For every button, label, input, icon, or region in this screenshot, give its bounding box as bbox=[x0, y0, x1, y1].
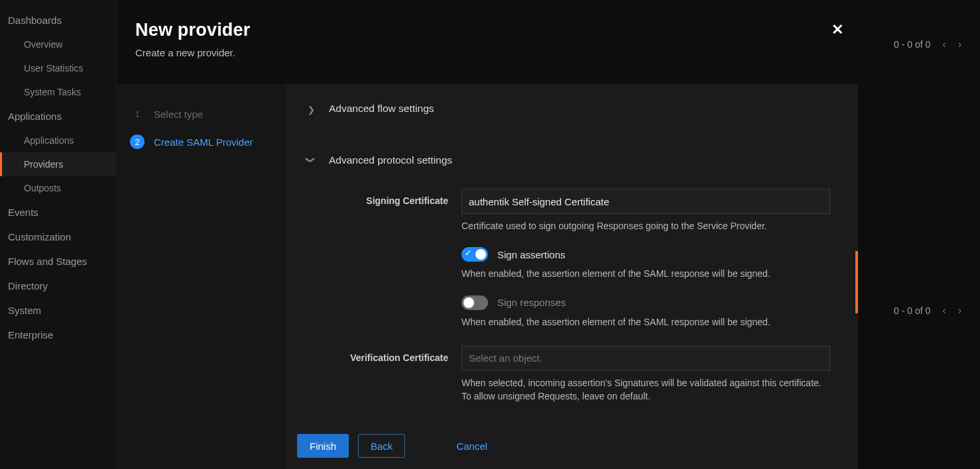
sign-responses-help: When enabled, the assertion element of t… bbox=[461, 315, 830, 329]
wizard-step-number: 1 bbox=[130, 107, 145, 121]
verification-certificate-select[interactable]: Select an object. bbox=[461, 346, 830, 371]
nav-item-outposts[interactable]: Outposts bbox=[0, 176, 116, 200]
sign-assertions-row: Sign assertions bbox=[461, 247, 830, 262]
wizard-step-label: Select type bbox=[154, 109, 203, 120]
nav-item-applications[interactable]: Applications bbox=[0, 129, 116, 152]
modal-subtitle: Create a new provider. bbox=[135, 47, 839, 58]
nav-section-directory[interactable]: Directory bbox=[0, 274, 116, 298]
wizard-step-select-type[interactable]: 1 Select type bbox=[117, 100, 285, 128]
pagination-bottom-next-icon[interactable]: › bbox=[958, 305, 961, 317]
form-area: ❯ Advanced flow settings ❯ Advanced prot… bbox=[285, 84, 858, 469]
sign-assertions-label: Sign assertions bbox=[497, 249, 566, 260]
wizard-step-create-saml[interactable]: 2 Create SAML Provider bbox=[117, 128, 285, 156]
signing-certificate-label: Signing Certificate bbox=[329, 189, 448, 346]
nav-sidebar: Dashboards Overview User Statistics Syst… bbox=[0, 0, 117, 469]
nav-section-applications[interactable]: Applications bbox=[0, 104, 116, 129]
nav-section-flows-stages[interactable]: Flows and Stages bbox=[0, 249, 116, 274]
protocol-settings-form: Signing Certificate authentik Self-signe… bbox=[308, 189, 835, 403]
nav-section-dashboards[interactable]: Dashboards bbox=[0, 8, 116, 32]
sign-responses-row: Sign responses bbox=[461, 295, 830, 310]
signing-certificate-help: Certificate used to sign outgoing Respon… bbox=[461, 219, 830, 233]
pagination-bottom: 0 - 0 of 0 ‹ › bbox=[894, 305, 961, 317]
pagination-top-next-icon[interactable]: › bbox=[958, 38, 961, 50]
signing-certificate-select[interactable]: authentik Self-signed Certificate bbox=[461, 189, 830, 214]
pagination-top: 0 - 0 of 0 ‹ › bbox=[894, 38, 961, 50]
nav-item-providers[interactable]: Providers bbox=[0, 152, 116, 176]
new-provider-modal: New provider Create a new provider. ✕ 1 … bbox=[117, 0, 858, 469]
verification-certificate-label: Verification Certificate bbox=[329, 346, 448, 403]
section-label: Advanced flow settings bbox=[329, 103, 434, 115]
nav-item-user-statistics[interactable]: User Statistics bbox=[0, 56, 116, 80]
modal-footer: Finish Back Cancel bbox=[285, 423, 858, 469]
chevron-down-icon: ❯ bbox=[308, 156, 316, 164]
modal-title: New provider bbox=[135, 20, 839, 40]
nav-section-events[interactable]: Events bbox=[0, 200, 116, 225]
sign-assertions-help: When enabled, the assertion element of t… bbox=[461, 267, 830, 280]
cancel-button[interactable]: Cancel bbox=[444, 434, 500, 458]
nav-section-customization[interactable]: Customization bbox=[0, 225, 116, 249]
sign-responses-label: Sign responses bbox=[497, 297, 566, 308]
chevron-right-icon: ❯ bbox=[308, 105, 316, 113]
nav-item-system-tasks[interactable]: System Tasks bbox=[0, 80, 116, 104]
close-icon[interactable]: ✕ bbox=[831, 21, 843, 38]
section-advanced-flow[interactable]: ❯ Advanced flow settings bbox=[308, 93, 835, 124]
finish-button[interactable]: Finish bbox=[297, 434, 349, 458]
wizard-step-number: 2 bbox=[130, 134, 145, 149]
section-label: Advanced protocol settings bbox=[329, 154, 452, 166]
wizard-steps: 1 Select type 2 Create SAML Provider bbox=[117, 84, 285, 469]
nav-section-enterprise[interactable]: Enterprise bbox=[0, 323, 116, 347]
section-advanced-protocol[interactable]: ❯ Advanced protocol settings bbox=[308, 145, 835, 176]
modal-body: 1 Select type 2 Create SAML Provider ❯ A… bbox=[117, 84, 858, 469]
back-button[interactable]: Back bbox=[358, 434, 405, 458]
pagination-bottom-range: 0 - 0 of 0 bbox=[894, 305, 930, 316]
nav-section-system[interactable]: System bbox=[0, 298, 116, 323]
nav-item-overview[interactable]: Overview bbox=[0, 32, 116, 56]
wizard-step-label: Create SAML Provider bbox=[154, 136, 253, 148]
verification-certificate-help: When selected, incoming assertion's Sign… bbox=[461, 376, 830, 403]
sign-assertions-toggle[interactable] bbox=[461, 247, 488, 262]
modal-header: New provider Create a new provider. ✕ bbox=[117, 0, 858, 84]
pagination-top-prev-icon[interactable]: ‹ bbox=[942, 38, 946, 50]
scrollbar-thumb[interactable] bbox=[855, 251, 858, 313]
pagination-top-range: 0 - 0 of 0 bbox=[894, 39, 930, 50]
pagination-bottom-prev-icon[interactable]: ‹ bbox=[942, 305, 946, 317]
sign-responses-toggle[interactable] bbox=[461, 295, 488, 310]
